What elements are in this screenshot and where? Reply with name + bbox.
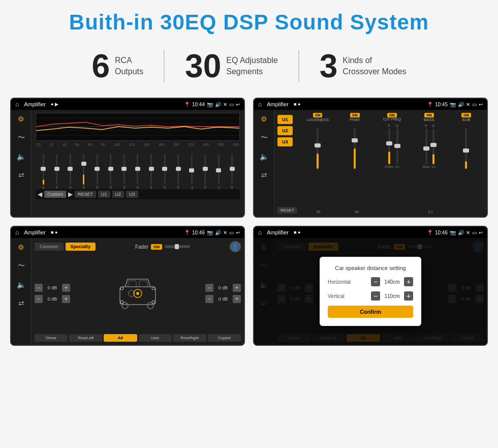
eq-status-icons: 📍 10:44 📷 🔊 ✕ ▭ ↩ [184,102,240,107]
speaker-btn-rearleft[interactable]: RearLeft [69,334,102,342]
crossover-filter-icon[interactable]: ⚙ [261,115,267,123]
fader-on-badge[interactable]: ON [151,244,162,250]
speaker-btn-all[interactable]: All [104,334,137,342]
feature-eq-number: 30 [185,50,221,82]
eq-slider-7[interactable]: 0 [117,154,131,189]
eq-filter-icon[interactable]: ⚙ [18,115,24,123]
home-icon[interactable]: ⌂ [15,101,19,108]
crossover-wave-icon[interactable]: 〜 [261,133,268,142]
horizontal-label: Horizontal [328,279,351,285]
sub-on-badge[interactable]: ON [461,113,471,117]
vertical-minus-btn[interactable]: − [371,291,380,301]
channel-cutfreq: ON CUT FREQ [375,113,410,122]
eq-volume-icon: 🔊 [215,102,221,107]
eq-preset-custom[interactable]: Custom [44,191,66,198]
horizontal-minus-btn[interactable]: − [371,277,380,286]
confirm-button[interactable]: Confirm [328,306,413,318]
eq-slider-10[interactable]: 0 [158,154,172,189]
profile-icon[interactable]: 👤 [230,241,241,252]
db-plus-fr[interactable]: + [233,284,241,292]
speaker-btn-driver[interactable]: Driver [35,334,68,342]
speaker-x-icon: ✕ [223,230,227,235]
eq-slider-5[interactable]: 0 [90,154,104,189]
eq-slider-3[interactable]: 0 [64,154,77,189]
vertical-plus-btn[interactable]: + [404,291,413,301]
crossover-preset-u2[interactable]: U2 [277,126,293,135]
crossover-back-icon[interactable]: ↩ [479,102,483,107]
db-control-rl: − 0 dB + [35,295,70,303]
db-minus-fl[interactable]: − [35,284,43,292]
eq-reset-btn[interactable]: RESET [75,191,96,198]
cutfreq-on-badge[interactable]: ON [387,113,397,117]
eq-slider-4[interactable]: 5 [77,154,91,189]
feature-rca: 6 RCAOutputs [71,50,165,82]
sp-wave-icon[interactable]: 〜 [18,261,25,271]
sp-filter-icon[interactable]: ⚙ [18,243,24,251]
crossover-screen-body: ⚙ 〜 🔈 ⇄ U1 U2 U3 RESET [254,110,487,217]
svg-point-10 [136,292,139,295]
db-minus-rr[interactable]: − [205,295,213,303]
dialog-window-icon: ▭ [472,230,477,235]
page-title: Buith-in 30EQ DSP Sound System [10,10,488,35]
eq-slider-14[interactable]: -1 [212,154,226,189]
loudness-on-badge[interactable]: ON [313,113,323,117]
sp-speaker-icon[interactable]: 🔈 [17,281,25,289]
db-plus-rr[interactable]: + [233,295,241,303]
db-minus-fr[interactable]: − [205,284,213,292]
crossover-speaker-icon[interactable]: 🔈 [260,153,268,161]
eq-next-btn[interactable]: ▶ [68,191,73,198]
speaker-back-icon[interactable]: ↩ [236,230,240,235]
eq-prev-btn[interactable]: ◀ [38,191,42,198]
crossover-preset-u1[interactable]: U1 [277,115,293,124]
horizontal-plus-btn[interactable]: + [404,277,413,286]
eq-arrow-icon[interactable]: ⇄ [18,171,24,179]
db-minus-rl[interactable]: − [35,295,43,303]
speaker-btn-copilot[interactable]: Copilot [208,334,241,342]
phat-on-badge[interactable]: ON [350,113,360,117]
phat-sliders [337,124,372,208]
svg-point-14 [152,287,155,290]
eq-slider-9[interactable]: 0 [144,154,158,189]
eq-x-icon: ✕ [223,102,227,107]
db-plus-fl[interactable]: + [62,284,70,292]
speaker-tab-common[interactable]: Common [35,243,64,251]
crossover-preset-u3[interactable]: U3 [277,137,293,146]
speaker-btn-user[interactable]: User [139,334,172,342]
crossover-arrow-icon[interactable]: ⇄ [261,171,267,179]
channel-sub: ON SUB [449,113,484,122]
eq-slider-13[interactable]: 0 [198,154,212,189]
eq-slider-8[interactable]: 0 [131,154,145,189]
fader-slider[interactable] [165,245,190,248]
speaker-home-icon[interactable]: ⌂ [15,229,19,236]
eq-back-icon[interactable]: ↩ [236,102,240,107]
dialog-camera-icon: 📷 [450,230,456,235]
crossover-time: 10:45 [435,102,448,107]
eq-u1-btn[interactable]: U1 [98,191,110,198]
dialog-back-icon[interactable]: ↩ [479,230,483,235]
sp-arrow-icon[interactable]: ⇄ [18,299,24,307]
eq-slider-2[interactable]: 0 [50,154,64,189]
bass-on-badge[interactable]: ON [424,113,434,117]
crossover-reset-btn[interactable]: RESET [277,207,297,214]
speaker-btn-rearright[interactable]: RearRight [173,334,206,342]
speaker-tab-specialty[interactable]: Specialty [66,243,96,251]
speaker-time: 10:46 [192,230,205,235]
vertical-row: Vertical − 110cm + [328,291,413,301]
dialog-home-icon[interactable]: ⌂ [258,229,262,236]
svg-rect-7 [139,281,147,287]
eq-slider-15[interactable]: 0 [225,154,239,189]
eq-slider-6[interactable]: 0 [104,154,118,189]
screens-grid: ⌂ Amplifier ● ▶ 📍 10:44 📷 🔊 ✕ ▭ ↩ ⚙ 〜 🔈 … [10,98,488,346]
eq-slider-11[interactable]: 0 [171,154,185,189]
db-plus-rl[interactable]: + [62,295,70,303]
eq-u3-btn[interactable]: U3 [126,191,138,198]
eq-u2-btn[interactable]: U2 [112,191,124,198]
speaker-screen-body: ⚙ 〜 🔈 ⇄ Common Specialty Fader ON [11,238,244,345]
eq-slider-12[interactable]: -1 [185,154,199,189]
eq-wave-icon[interactable]: 〜 [18,133,25,142]
features-row: 6 RCAOutputs 30 EQ AdjustableSegments 3 … [10,50,488,82]
eq-speaker-icon[interactable]: 🔈 [17,153,25,161]
crossover-home-icon[interactable]: ⌂ [258,101,262,108]
eq-slider-1[interactable]: 0 [37,154,50,189]
dialog-x-icon: ✕ [466,230,470,235]
